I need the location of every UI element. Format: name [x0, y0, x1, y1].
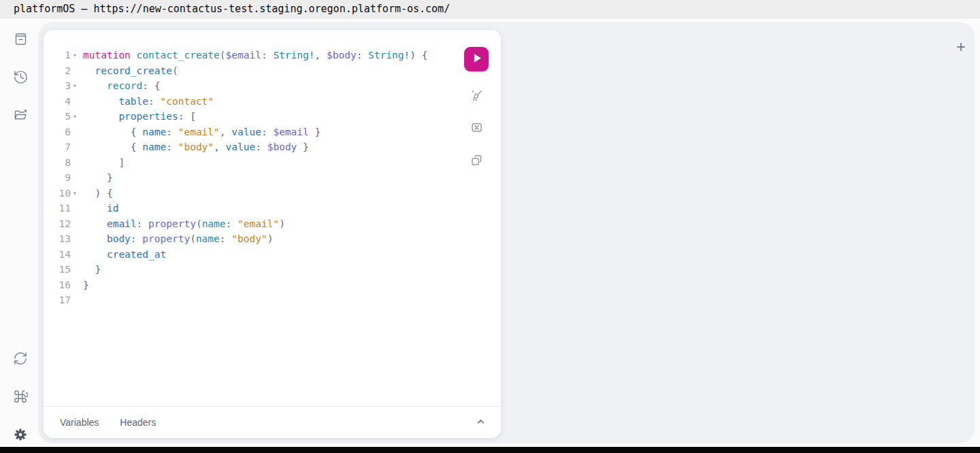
code-line[interactable]: 15 }	[44, 262, 501, 278]
fold-marker	[71, 216, 83, 232]
line-number: 6	[44, 124, 71, 140]
code-token	[83, 111, 118, 122]
code-line[interactable]: 3▾ record: {	[44, 78, 501, 94]
code-line[interactable]: 12 email: property(name: "email")	[44, 216, 501, 232]
line-number: 2	[44, 63, 71, 79]
code-token: }	[83, 280, 89, 290]
code-token: name	[142, 127, 166, 137]
code-token: name	[196, 233, 220, 244]
code-token: ) {	[95, 188, 112, 199]
code-text: mutation contact_create($email: String!,…	[83, 48, 427, 63]
code-token: :	[131, 233, 137, 244]
command-icon	[13, 389, 28, 404]
code-token: "email"	[178, 127, 220, 137]
code-token: name	[202, 218, 226, 229]
code-token: $email	[226, 50, 261, 61]
code-text: record_create(	[83, 63, 178, 79]
code-text: { name: "body", value: $body }	[83, 139, 309, 155]
code-token: id	[107, 203, 118, 214]
line-number: 15	[44, 262, 71, 278]
fold-marker[interactable]: ▾	[71, 186, 83, 201]
code-token: ]	[118, 157, 125, 168]
line-number: 17	[44, 292, 71, 308]
merge-fragments-button[interactable]	[466, 118, 487, 139]
code-token: $email	[273, 127, 308, 137]
fold-marker	[71, 262, 83, 278]
code-line[interactable]: 17	[44, 292, 501, 308]
code-token: record_create	[95, 65, 172, 76]
code-token: String	[273, 50, 308, 61]
code-token: ,	[214, 141, 220, 152]
fold-marker	[71, 94, 83, 110]
screen: platformOS — https://new-contactus-test.…	[0, 0, 980, 453]
fold-marker	[71, 292, 83, 308]
code-token: :	[220, 233, 226, 244]
code-token	[83, 80, 107, 91]
copy-query-button[interactable]	[466, 150, 487, 172]
line-number: 9	[44, 170, 71, 186]
code-text: created_at	[83, 247, 166, 263]
code-token: : {	[142, 80, 160, 91]
copy-icon	[470, 153, 484, 169]
code-line[interactable]: 7 { name: "body", value: $body }	[44, 139, 501, 155]
fold-marker	[71, 278, 83, 293]
code-token: property	[148, 218, 196, 229]
code-line[interactable]: 11 id	[44, 201, 501, 216]
code-text: email: property(name: "email")	[83, 216, 285, 232]
code-line[interactable]: 10▾ ) {	[44, 186, 501, 201]
code-line[interactable]: 5▾ properties: [	[44, 109, 501, 124]
code-line[interactable]: 9 }	[44, 170, 501, 186]
fold-marker[interactable]: ▾	[71, 78, 83, 94]
code-token: property	[142, 233, 190, 244]
line-number: 11	[44, 201, 71, 216]
code-token: name	[142, 141, 166, 152]
line-number: 4	[44, 94, 71, 110]
code-text: id	[83, 201, 118, 216]
code-line[interactable]: 13 body: property(name: "body")	[44, 231, 501, 247]
bottom-bar	[0, 447, 980, 453]
code-token: "body"	[231, 233, 267, 244]
code-token	[137, 233, 143, 244]
code-token: body	[107, 233, 131, 244]
execute-button[interactable]	[464, 47, 489, 71]
sidebar-shortcuts-button[interactable]	[8, 384, 33, 409]
code-token	[261, 141, 267, 152]
code-line[interactable]: 2 record_create(	[44, 63, 501, 79]
code-line[interactable]: 16}	[44, 278, 501, 293]
fold-marker[interactable]: ▾	[71, 48, 83, 63]
sidebar-refetch-schema-button[interactable]	[8, 346, 33, 371]
code-token	[142, 218, 148, 229]
code-line[interactable]: 1▾mutation contact_create($email: String…	[44, 48, 501, 63]
sidebar-saved-queries-button[interactable]	[8, 103, 33, 127]
tab-headers[interactable]: Headers	[120, 417, 156, 428]
code-token: "email"	[238, 218, 279, 229]
line-number: 3	[44, 78, 71, 94]
code-token: !,	[309, 50, 321, 61]
code-token	[83, 188, 95, 199]
code-token: ,	[220, 127, 226, 137]
prettify-button[interactable]	[466, 86, 487, 107]
code-token: (	[190, 233, 196, 244]
sidebar-docs-button[interactable]	[8, 27, 33, 51]
code-token: )	[267, 233, 274, 244]
fold-marker[interactable]: ▾	[71, 109, 83, 124]
code-token: properties	[118, 111, 178, 122]
code-line[interactable]: 4 table: "contact"	[44, 94, 501, 110]
code-token: $body	[267, 141, 297, 152]
sidebar-settings-button[interactable]	[8, 422, 33, 447]
sidebar-history-button[interactable]	[8, 65, 33, 89]
code-line[interactable]: 14 created_at	[44, 247, 501, 263]
code-token: value	[226, 141, 256, 152]
code-line[interactable]: 6 { name: "email", value: $email }	[44, 124, 501, 140]
fold-marker	[71, 155, 83, 171]
toggle-editor-tools-button[interactable]	[471, 413, 490, 432]
code-line[interactable]: 8 ]	[44, 155, 501, 171]
code-token: :	[166, 127, 172, 137]
code-token: email	[107, 218, 137, 229]
code-token: }	[297, 141, 308, 152]
code-token	[83, 127, 131, 137]
tab-variables[interactable]: Variables	[60, 417, 99, 428]
code-text: ) {	[83, 186, 113, 201]
query-editor[interactable]: 1▾mutation contact_create($email: String…	[44, 48, 501, 308]
code-token: :	[255, 141, 261, 152]
